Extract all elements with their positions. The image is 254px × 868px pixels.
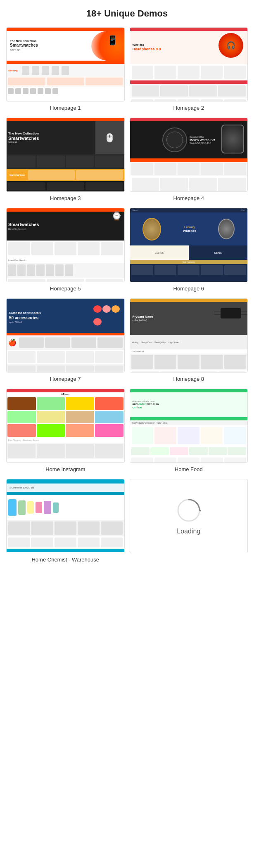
hp3-bottom-row (7, 181, 124, 191)
hig-photo-11 (66, 424, 94, 437)
hig-photo-6 (37, 411, 65, 424)
hp8-row-features: Writing Sharp Cam Best Quality High Spee… (130, 335, 248, 349)
hp2-hero: WirelessHeadphones 8.0 🎧 (130, 31, 248, 64)
hp4-label: Homepage 4 (173, 195, 204, 201)
demo-item-homepage-4[interactable]: Special Offer Men's Watch SR Watch 5G733… (130, 118, 248, 201)
hp3-label: Homepage 3 (50, 195, 81, 201)
hp6-ladies-mens: LADIES MEN'S (130, 245, 248, 260)
hig-shipping-bar: Free Shipping • Wireless • Expert (7, 438, 124, 443)
hp1-orange-strip (7, 61, 124, 64)
hp5-hero-text: Smartwatches Best Collection (8, 222, 39, 230)
hp1-label: Homepage 1 (50, 105, 81, 111)
demo-thumbnail-hfood[interactable]: discover what's new and order with visa … (130, 389, 248, 463)
hig-brand-name: BẾBmax (61, 393, 69, 396)
demo-item-homepage-2[interactable]: WirelessHeadphones 8.0 🎧 (130, 27, 248, 111)
hig-logo-bar: BẾBmax (7, 392, 124, 396)
demo-item-home-instagram[interactable]: BẾBmax Free Shipping • (6, 389, 125, 472)
demo-item-homepage-6[interactable]: Menu Cart Luxury Watches (130, 208, 248, 292)
hfood-items (130, 425, 248, 446)
loading-spinner-wrapper (176, 498, 201, 523)
hig-photo-7 (66, 411, 94, 424)
hp2-bottom-row (130, 98, 248, 101)
hp4-watch-left (162, 127, 187, 152)
demo-thumbnail-hp5[interactable]: Smartwatches Best Collection ⌚ Latest Dr… (6, 208, 125, 282)
demo-thumbnail-hp3[interactable]: The New CollectionSmartwatches $699.99 🖱… (6, 118, 125, 192)
hp8-hero: Plycam Nano color (white) (130, 302, 248, 335)
hfood-categories (130, 446, 248, 456)
hp6-features (130, 264, 248, 276)
hp6-mens: MEN'S (189, 245, 247, 260)
hp5-bottom (7, 278, 124, 282)
hig-photo-8 (95, 411, 123, 424)
hchem-label: Home Chemist - Warehouse (31, 557, 99, 563)
hchem-hero (7, 495, 124, 520)
page-container: 18+ Unique Demos The New CollectionSmart… (0, 0, 254, 571)
hp2-red-strip (130, 80, 248, 84)
hig-photo-3 (66, 397, 94, 410)
demo-item-homepage-7[interactable]: Catch the hottest deals 50 accessories u… (6, 298, 125, 382)
loading-container: Loading (130, 479, 248, 553)
hp7-label: Homepage 7 (50, 376, 81, 382)
page-title: 18+ Unique Demos (6, 8, 248, 19)
hp2-headphone: 🎧 (218, 33, 243, 58)
hp4-hero-text: Special Offer Men's Watch SR Watch 5G733… (190, 136, 215, 144)
hchem-row2 (7, 536, 124, 549)
hp4-hero: Special Offer Men's Watch SR Watch 5G733… (130, 121, 248, 158)
hp8-label: Homepage 8 (173, 376, 204, 382)
hchem-bottle-5 (44, 501, 51, 514)
hp6-header: Menu Cart (130, 208, 248, 212)
demo-item-homepage-3[interactable]: The New CollectionSmartwatches $699.99 🖱… (6, 118, 125, 201)
hfood-hero-text: discover what's new and order with visa … (133, 400, 159, 409)
hp8-header-strip (130, 299, 248, 302)
hp6-spacer (130, 276, 248, 282)
hp4-row-accessories (130, 162, 248, 176)
hp2-row-items2 (130, 84, 248, 98)
hp1-featured-strip (7, 76, 124, 87)
hp7-top-bar (7, 299, 124, 302)
hchem-bottom-strip (7, 549, 124, 552)
demo-thumbnail-hp1[interactable]: The New CollectionSmartwatches $720.99 📱… (6, 27, 125, 101)
hp6-middle-text: Luxury Watches (183, 225, 197, 233)
demo-thumbnail-hp6[interactable]: Menu Cart Luxury Watches (130, 208, 248, 282)
demo-item-homepage-1[interactable]: The New CollectionSmartwatches $720.99 📱… (6, 27, 125, 111)
demo-thumbnail-hp8[interactable]: Plycam Nano color (white) (130, 298, 248, 373)
demo-item-homepage-5[interactable]: Smartwatches Best Collection ⌚ Latest Dr… (6, 208, 125, 292)
hig-photo-grid (7, 396, 124, 438)
hp6-our-features: Our Features (130, 260, 248, 264)
demo-item-homepage-8[interactable]: Plycam Nano color (white) (130, 298, 248, 382)
loading-text: Loading (177, 528, 200, 535)
hchem-notice: ⚠ Coronavirus (COVID-19) (7, 484, 124, 492)
hig-photo-5 (7, 411, 36, 424)
demo-thumbnail-hp7[interactable]: Catch the hottest deals 50 accessories u… (6, 298, 125, 373)
hig-header (7, 389, 124, 392)
demo-thumbnail-hp4[interactable]: Special Offer Men's Watch SR Watch 5G733… (130, 118, 248, 192)
hp4-orange-strip (130, 158, 248, 162)
hp3-row-dark (7, 154, 124, 169)
demo-thumbnail-hig[interactable]: BẾBmax Free Shipping • (6, 389, 125, 463)
hp8-drone (216, 304, 245, 333)
hp8-phone-row (130, 354, 248, 370)
hp2-top-bar (130, 28, 248, 31)
hp7-bottom (7, 364, 124, 373)
demo-thumbnail-hchem[interactable]: ⚠ Coronavirus (COVID-19) (6, 479, 125, 553)
hchem-spacer (7, 552, 124, 553)
hfood-label: Home Food (175, 466, 203, 472)
hp5-watch-icon: ⌚ (112, 211, 122, 221)
hchem-bottle-4 (36, 502, 42, 513)
hp1-top-bar (7, 28, 124, 31)
hp7-apple-logo: 🍎 (8, 339, 17, 347)
hp3-row-yellow: Gaming Gear (7, 169, 124, 181)
hp8-features-row (130, 370, 248, 373)
hig-photo-2 (37, 397, 65, 410)
demo-thumbnail-hp2[interactable]: WirelessHeadphones 8.0 🎧 (130, 27, 248, 101)
demos-grid: The New CollectionSmartwatches $720.99 📱… (6, 27, 248, 563)
hp7-apple-row: 🍎 (7, 335, 124, 350)
hp6-watch-right (218, 219, 235, 239)
hchem-bottle-6 (53, 502, 59, 513)
demo-item-home-food[interactable]: discover what's new and order with visa … (130, 389, 248, 472)
demo-item-home-chemist[interactable]: ⚠ Coronavirus (COVID-19) (6, 479, 125, 563)
hp5-label-row: Latest Drop Results (7, 257, 124, 263)
hchem-blue-strip (7, 492, 124, 495)
hp4-watch-right (221, 125, 244, 153)
hp3-hero: The New CollectionSmartwatches $699.99 🖱… (7, 121, 124, 154)
